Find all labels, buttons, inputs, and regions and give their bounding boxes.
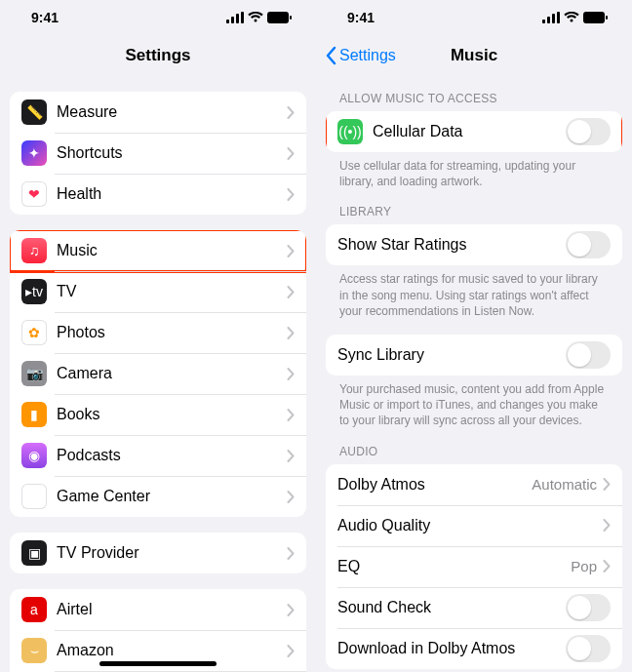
gamecenter-icon: ⚈ [21, 484, 47, 509]
chevron-right-icon [287, 245, 295, 257]
settings-row-tv[interactable]: ▸tvTV [10, 271, 306, 312]
settings-row-health[interactable]: ❤︎Health [10, 174, 306, 215]
svg-rect-0 [226, 20, 229, 23]
row-label: Cellular Data [373, 123, 566, 140]
music-settings-list[interactable]: ALLOW MUSIC TO ACCESS((•))Cellular DataU… [316, 76, 632, 672]
section-header: LIBRARY [326, 205, 622, 224]
amazon-icon: ⌣ [21, 638, 47, 663]
status-time: 9:41 [31, 10, 59, 25]
settings-row-gamecenter[interactable]: ⚈Game Center [10, 476, 306, 517]
settings-row-camera[interactable]: 📷Camera [10, 353, 306, 394]
cellular-icon: ((•)) [337, 119, 363, 144]
svg-rect-9 [557, 12, 560, 23]
settings-row-airtel[interactable]: aAirtel [10, 589, 306, 630]
music-row-aq[interactable]: Audio Quality [326, 505, 622, 546]
row-label: Shortcuts [57, 144, 287, 162]
wifi-icon [248, 12, 263, 23]
settings-list[interactable]: 📏Measure✦Shortcuts❤︎Health♫Music▸tvTV✿Ph… [0, 76, 316, 672]
podcasts-icon: ◉ [21, 443, 47, 468]
row-label: Dolby Atmos [337, 476, 532, 494]
settings-row-tvprovider[interactable]: ▣TV Provider [10, 533, 306, 573]
health-icon: ❤︎ [21, 181, 47, 207]
section-header: ALLOW MUSIC TO ACCESS [326, 92, 622, 111]
status-indicators [226, 12, 293, 23]
signal-icon [542, 12, 560, 23]
music-row-cellular[interactable]: ((•))Cellular Data [326, 111, 622, 152]
svg-rect-7 [547, 17, 550, 23]
settings-row-shortcuts[interactable]: ✦Shortcuts [10, 133, 306, 174]
section-footer: Your purchased music, content you add fr… [326, 376, 622, 429]
toggle-switch[interactable] [566, 341, 611, 369]
chevron-right-icon [287, 368, 295, 380]
settings-row-podcasts[interactable]: ◉Podcasts [10, 435, 306, 476]
svg-rect-8 [552, 14, 555, 23]
chevron-right-icon [287, 450, 295, 462]
navbar-settings: Settings [0, 35, 316, 76]
chevron-right-icon [287, 409, 295, 421]
toggle-switch[interactable] [566, 231, 611, 258]
tv-icon: ▸tv [21, 279, 47, 304]
row-label: Health [57, 185, 287, 203]
music-row-sc[interactable]: Sound Check [326, 587, 622, 628]
chevron-right-icon [287, 106, 295, 119]
row-label: Amazon [57, 642, 287, 659]
svg-rect-11 [606, 16, 608, 20]
svg-rect-6 [542, 20, 545, 23]
battery-icon [583, 12, 609, 23]
row-label: Sound Check [337, 599, 566, 616]
chevron-right-icon [287, 188, 295, 201]
tvprovider-icon: ▣ [21, 540, 47, 566]
row-label: Game Center [57, 488, 287, 505]
chevron-right-icon [287, 147, 295, 160]
toggle-switch[interactable] [566, 594, 611, 621]
page-title: Music [451, 46, 497, 65]
chevron-right-icon [603, 560, 611, 573]
back-button[interactable]: Settings [324, 46, 396, 65]
settings-row-photos[interactable]: ✿Photos [10, 312, 306, 353]
signal-icon [226, 12, 244, 23]
svg-rect-3 [241, 12, 244, 23]
books-icon: ▮ [21, 402, 47, 427]
music-row-star[interactable]: Show Star Ratings [326, 224, 622, 265]
row-value: Automatic [532, 476, 597, 493]
settings-row-measure[interactable]: 📏Measure [10, 92, 306, 133]
row-label: Photos [57, 324, 287, 341]
chevron-right-icon [287, 327, 295, 339]
chevron-right-icon [287, 645, 295, 657]
page-title: Settings [125, 46, 190, 65]
phone-settings: 9:41 Settings 📏Measure✦Shortcuts❤︎Health… [0, 0, 316, 672]
music-icon: ♫ [21, 238, 47, 263]
row-label: Sync Library [337, 346, 566, 364]
measure-icon: 📏 [21, 99, 47, 125]
music-row-dolby[interactable]: Dolby AtmosAutomatic [326, 464, 622, 505]
music-row-dlatmos[interactable]: Download in Dolby Atmos [326, 628, 622, 669]
settings-row-books[interactable]: ▮Books [10, 394, 306, 435]
chevron-right-icon [603, 478, 611, 491]
svg-rect-4 [267, 12, 289, 23]
row-label: Airtel [57, 601, 287, 618]
status-bar: 9:41 [316, 0, 632, 35]
navbar-music: Settings Music [316, 35, 632, 76]
shortcuts-icon: ✦ [21, 140, 47, 166]
phone-music-settings: 9:41 Settings Music ALLOW MUSIC TO ACCES… [316, 0, 632, 672]
chevron-right-icon [287, 286, 295, 298]
battery-icon [267, 12, 293, 23]
music-row-sync[interactable]: Sync Library [326, 335, 622, 376]
photos-icon: ✿ [21, 320, 47, 345]
settings-row-music[interactable]: ♫Music [10, 230, 306, 271]
row-label: Audio Quality [337, 517, 603, 534]
row-label: EQ [337, 558, 571, 575]
toggle-switch[interactable] [566, 118, 611, 145]
camera-icon: 📷 [21, 361, 47, 386]
music-row-eq[interactable]: EQPop [326, 546, 622, 587]
chevron-right-icon [287, 547, 295, 560]
chevron-right-icon [287, 491, 295, 503]
home-indicator [99, 661, 217, 666]
row-label: Music [57, 242, 287, 259]
status-bar: 9:41 [0, 0, 316, 35]
status-time: 9:41 [347, 10, 375, 25]
svg-rect-2 [236, 14, 239, 23]
toggle-switch[interactable] [566, 635, 611, 662]
chevron-left-icon [324, 46, 337, 65]
section-header: AUDIO [326, 445, 622, 464]
